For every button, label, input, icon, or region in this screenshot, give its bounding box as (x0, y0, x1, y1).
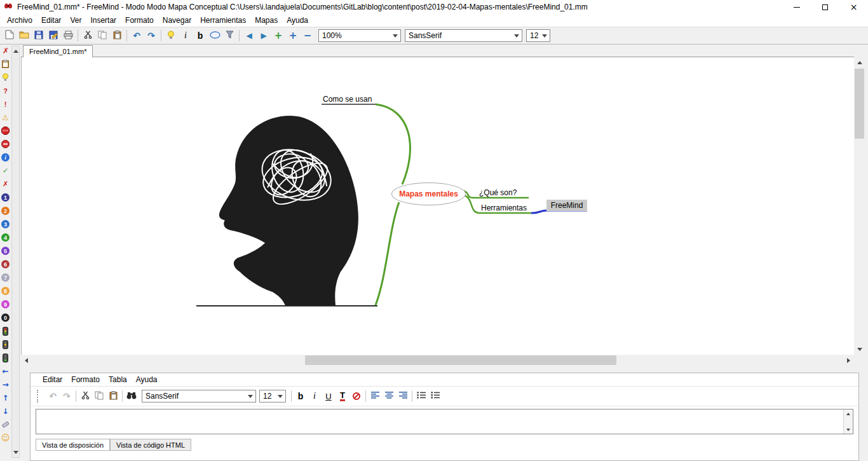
maximize-button[interactable] (811, 0, 839, 14)
scroll-down-button[interactable] (854, 344, 865, 355)
font-family-select[interactable]: SansSerif (405, 29, 522, 42)
scroll-right-button[interactable] (843, 355, 854, 366)
note-undo-button[interactable]: ↶ (46, 389, 60, 403)
sidebar-icon-priority-1[interactable]: 1 (1, 193, 10, 202)
note-menu-ayuda[interactable]: Ayuda (132, 373, 162, 386)
scroll-left-button[interactable] (21, 355, 32, 366)
note-menu-tabla[interactable]: Tabla (104, 373, 132, 386)
sidebar-icon-arrow-up[interactable]: ↑ (1, 394, 10, 402)
cloud-button[interactable] (208, 29, 222, 43)
save-as-button[interactable] (46, 29, 60, 43)
sidebar-icon-priority-7[interactable]: 7 (1, 273, 10, 282)
menu-archivo[interactable]: Archivo (3, 14, 37, 27)
menu-insertar[interactable]: Insertar (86, 14, 121, 27)
italic-button[interactable]: i (179, 29, 193, 43)
font-size-select[interactable]: 12 (526, 29, 550, 42)
zoom-select[interactable]: 100% (318, 29, 401, 42)
tab-vista-codigo-html[interactable]: Vista de código HTML (110, 439, 191, 451)
zoom-in-button[interactable]: + (286, 29, 300, 43)
note-paste-button[interactable] (106, 389, 120, 403)
menu-formato[interactable]: Formato (121, 14, 158, 27)
note-menu-formato[interactable]: Formato (67, 373, 104, 386)
sidebar-icon-priority-0[interactable]: 0 (1, 313, 10, 322)
note-copy-button[interactable] (92, 389, 106, 403)
menu-navegar[interactable]: Navegar (158, 14, 196, 27)
note-text-color-button[interactable]: T (336, 389, 349, 403)
note-menu-editar[interactable]: Editar (38, 373, 67, 386)
note-redo-button[interactable]: ↷ (60, 389, 74, 403)
sidebar-icon-arrow-right[interactable]: → (1, 380, 10, 389)
align-left-button[interactable] (368, 389, 382, 403)
paste-button[interactable] (110, 29, 124, 43)
zoom-out-button[interactable]: − (301, 29, 315, 43)
sidebar-icon-help[interactable]: ? (1, 86, 10, 95)
menu-mapas[interactable]: Mapas (250, 14, 282, 27)
minimize-button[interactable] (782, 0, 811, 14)
sidebar-icon-priority-6[interactable]: 6 (1, 260, 10, 268)
note-font-size-select[interactable]: 12 (259, 390, 286, 403)
note-text-area[interactable] (36, 409, 853, 434)
node-como-se-usan[interactable]: Como se usan (323, 95, 372, 104)
note-scroll-up[interactable] (844, 409, 852, 418)
sidebar-icon-important[interactable]: ! (1, 100, 10, 108)
sidebar-icon-prohibited[interactable] (1, 140, 10, 148)
note-scroll-down[interactable] (844, 425, 852, 434)
scroll-up-button[interactable] (854, 57, 865, 68)
new-document-button[interactable] (3, 29, 17, 43)
sidebar-icon-ok[interactable]: ✓ (1, 167, 10, 175)
note-find-button[interactable] (125, 389, 139, 403)
sidebar-icon-arrow-down[interactable]: ↓ (1, 407, 10, 415)
numbered-list-button[interactable] (428, 389, 442, 403)
sidebar-icon-arrow-left[interactable]: ← (1, 367, 10, 375)
note-underline-button[interactable]: U (322, 389, 336, 403)
sidebar-scroll-down[interactable] (12, 448, 19, 456)
sidebar-icon-priority-4[interactable]: 4 (1, 233, 10, 242)
sidebar-icon-traffic-light-red[interactable] (1, 327, 10, 335)
bold-button[interactable]: b (193, 29, 207, 43)
node-freemind[interactable]: FreeMind (546, 200, 587, 211)
sidebar-icon-traffic-light-yellow[interactable] (1, 340, 10, 348)
horizontal-scrollbar[interactable] (21, 355, 854, 366)
note-remove-format-button[interactable] (349, 389, 363, 403)
sidebar-icon-stop[interactable]: STOP (1, 127, 10, 135)
document-tab[interactable]: FreeMind_01.mm* (23, 45, 93, 57)
vertical-scroll-thumb[interactable] (855, 69, 864, 139)
sidebar-icon-priority-2[interactable]: 2 (1, 207, 10, 215)
sidebar-icon-info[interactable]: i (1, 153, 10, 162)
navigate-back-button[interactable]: ◀ (242, 29, 256, 43)
menu-ayuda[interactable]: Ayuda (282, 14, 313, 27)
sidebar-icon-warning[interactable]: ⚠ (1, 113, 10, 121)
navigate-forward-button[interactable]: ▶ (257, 29, 271, 43)
sidebar-icon-priority-5[interactable]: 5 (1, 247, 10, 255)
sidebar-scroll-up[interactable] (12, 47, 19, 55)
menu-editar[interactable]: Editar (37, 14, 65, 27)
note-text-content[interactable] (37, 411, 843, 432)
filter-button[interactable] (222, 29, 236, 43)
open-file-button[interactable] (17, 29, 31, 43)
sidebar-icon-priority-8[interactable]: 8 (1, 287, 10, 295)
toolbar-drag-handle[interactable] (37, 390, 42, 403)
print-button[interactable] (61, 29, 75, 43)
horizontal-scroll-thumb[interactable] (305, 355, 616, 365)
align-right-button[interactable] (396, 389, 410, 403)
note-cut-button[interactable] (78, 389, 92, 403)
sidebar-icon-clipboard[interactable] (1, 60, 10, 68)
redo-button[interactable]: ↷ (144, 29, 158, 43)
node-herramientas[interactable]: Herramientas (481, 203, 527, 212)
node-que-son[interactable]: ¿Qué son? (479, 188, 517, 197)
sidebar-icon-not-ok[interactable]: ✗ (1, 180, 10, 188)
note-italic-button[interactable]: i (308, 389, 322, 403)
remove-icon-button[interactable]: ✗ (1, 46, 10, 55)
head-silhouette-image[interactable] (219, 116, 358, 305)
map-canvas[interactable]: Como se usan Mapas mentales ¿Qué son? He… (21, 57, 854, 355)
note-font-family-select[interactable]: SansSerif (142, 390, 256, 403)
sidebar-icon-eraser[interactable] (1, 420, 10, 429)
sidebar-scrollbar[interactable] (11, 46, 20, 458)
tab-vista-disposicion[interactable]: Vista de disposición (36, 439, 110, 451)
menu-ver[interactable]: Ver (65, 14, 86, 27)
sidebar-icon-priority-3[interactable]: 3 (1, 220, 10, 228)
save-button[interactable] (32, 29, 46, 43)
cut-button[interactable] (81, 29, 95, 43)
node-root[interactable]: Mapas mentales (391, 182, 466, 205)
align-center-button[interactable] (382, 389, 396, 403)
